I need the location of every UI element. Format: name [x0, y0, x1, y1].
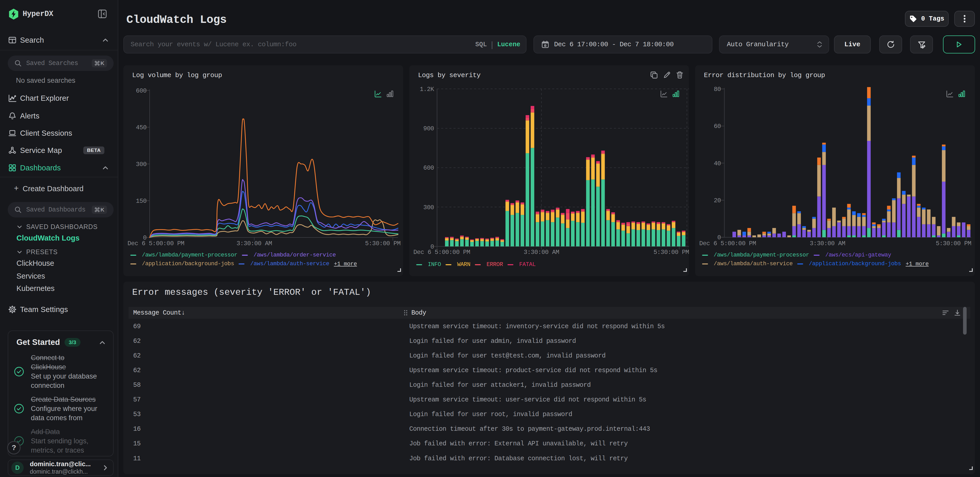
svg-text:900: 900 [423, 125, 434, 132]
svg-text:300: 300 [423, 204, 434, 211]
svg-text:3:30:00 AM: 3:30:00 AM [237, 240, 272, 247]
svg-text:1.2K: 1.2K [420, 86, 434, 93]
svg-text:20: 20 [714, 197, 721, 204]
svg-text:5:30:00 PM: 5:30:00 PM [365, 240, 401, 247]
svg-text:60: 60 [714, 123, 721, 130]
svg-text:150: 150 [136, 198, 146, 205]
svg-text:5:30:00 PM: 5:30:00 PM [936, 240, 971, 247]
svg-text:3:30:00 AM: 3:30:00 AM [810, 240, 845, 247]
svg-text:3:30:00 AM: 3:30:00 AM [524, 249, 559, 256]
svg-text:Dec 6 5:00:00 PM: Dec 6 5:00:00 PM [414, 249, 470, 256]
svg-text:40: 40 [714, 160, 721, 167]
svg-text:600: 600 [136, 87, 146, 94]
svg-text:450: 450 [136, 124, 146, 131]
svg-text:80: 80 [714, 86, 721, 93]
svg-text:Dec 6 5:00:00 PM: Dec 6 5:00:00 PM [699, 240, 756, 247]
svg-text:300: 300 [136, 161, 146, 168]
svg-text:5:30:00 PM: 5:30:00 PM [654, 249, 689, 256]
svg-text:Dec 6 5:00:00 PM: Dec 6 5:00:00 PM [127, 240, 185, 247]
svg-text:600: 600 [423, 164, 434, 172]
